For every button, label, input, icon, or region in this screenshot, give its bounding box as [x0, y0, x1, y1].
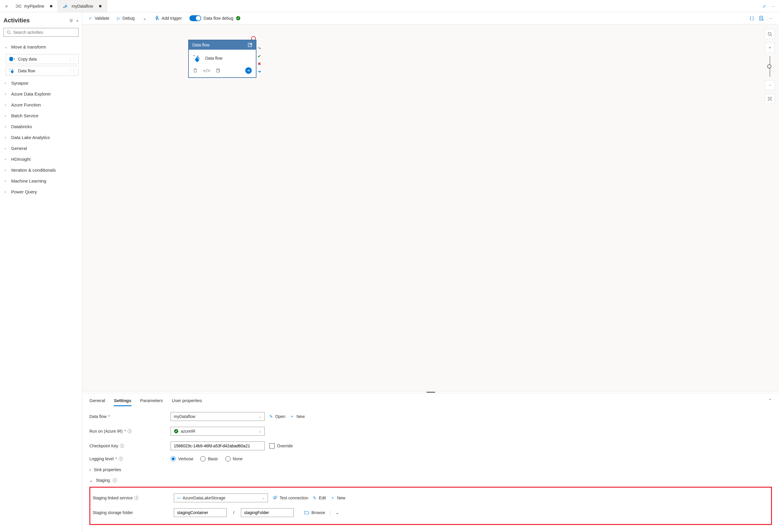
category-item[interactable]: ›Power Query [4, 186, 78, 197]
browse-button[interactable]: Browse [304, 510, 325, 515]
run-on-select[interactable]: azureIR ⌄ [171, 427, 265, 436]
svg-point-25 [768, 32, 771, 35]
tab-dataflow[interactable]: myDataflow [58, 0, 107, 12]
properties-icon[interactable] [759, 16, 764, 20]
sidebar-collapse-down-icon[interactable] [69, 18, 73, 23]
add-trigger-button[interactable]: Add trigger [155, 16, 182, 20]
chevron-down-icon: ⌄ [259, 415, 261, 418]
activity-copy-data[interactable]: Copy data ⋮⋮ [6, 54, 78, 64]
search-icon [7, 30, 11, 35]
tab-general[interactable]: General [89, 398, 105, 406]
checkpoint-input[interactable] [171, 442, 265, 450]
category-move-transform[interactable]: ⌄ Move & transform [4, 42, 78, 52]
more-menu-icon[interactable]: ··· [771, 4, 775, 8]
open-button[interactable]: ✎ Open [269, 414, 285, 419]
tab-pipeline[interactable]: myPipeline [11, 0, 58, 12]
category-item[interactable]: ›Databricks [4, 121, 78, 132]
flow-debug-toggle[interactable]: Data flow debug [189, 15, 240, 21]
zoom-out-icon[interactable]: － [765, 80, 775, 90]
sidebar-collapse-left-icon[interactable]: « [76, 18, 78, 23]
drag-handle-icon: ⋮⋮ [68, 68, 75, 73]
sidebar-title: Activities [4, 17, 30, 24]
debug-button[interactable]: ▷ Debug [117, 16, 135, 20]
pencil-icon: ✎ [313, 495, 316, 500]
info-icon[interactable]: i [113, 478, 117, 482]
info-icon[interactable]: i [119, 457, 123, 461]
sink-properties-section[interactable]: › Sink properties [89, 464, 772, 475]
activity-data-flow[interactable]: Data flow ⋮⋮ [6, 66, 78, 76]
plus-icon: ＋ [331, 495, 335, 501]
zoom-slider[interactable] [770, 56, 770, 77]
code-view-icon[interactable]: { } [750, 16, 754, 20]
code-icon[interactable]: </> [203, 68, 210, 73]
info-icon[interactable]: i [128, 429, 132, 433]
plug-icon [273, 495, 277, 500]
canvas-tools: ＋ － [765, 29, 775, 104]
activity-status-icons: ↷ ✔ ✖ ➔ [258, 46, 261, 74]
panel-collapse-icon[interactable]: ⌃ [768, 398, 772, 403]
override-checkbox[interactable] [269, 443, 275, 449]
tab-label: myDataflow [71, 4, 93, 8]
staging-section[interactable]: ⌄ Staging i [89, 475, 772, 485]
copy-data-icon [9, 56, 15, 62]
logging-basic-radio[interactable]: Basic [200, 456, 218, 461]
category-item[interactable]: ›Machine Learning [4, 176, 78, 186]
zoom-in-icon[interactable]: ＋ [765, 43, 775, 53]
category-item[interactable]: ›Data Lake Analytics [4, 132, 78, 143]
chevron-right-icon: › [5, 103, 8, 107]
logging-none-radio[interactable]: None [225, 456, 243, 461]
staging-container-input[interactable] [174, 508, 227, 517]
info-icon[interactable]: i [134, 496, 138, 500]
category-item[interactable]: ›Batch Service [4, 110, 78, 121]
data-flow-activity-node[interactable]: Data flow Data flow [188, 40, 256, 78]
tab-parameters[interactable]: Parameters [140, 398, 163, 406]
pipeline-toolbar: ✓ Validate ▷ Debug ⌄ Add trigger [82, 12, 779, 24]
category-item[interactable]: ›Azure Function [4, 99, 78, 110]
validate-button[interactable]: ✓ Validate [89, 16, 109, 20]
delete-icon[interactable] [193, 68, 198, 73]
toolbar-more-icon[interactable]: ··· [769, 16, 773, 20]
tab-user-properties[interactable]: User properties [172, 398, 202, 406]
info-icon[interactable]: i [120, 444, 124, 448]
success-icon: ✔ [258, 54, 261, 59]
new-button[interactable]: ＋ New [290, 414, 305, 419]
toggle-switch[interactable] [189, 15, 201, 21]
activity-name: Data flow [205, 56, 222, 61]
expand-pane-icon[interactable]: ⤢ [763, 4, 766, 8]
data-flow-node-icon [193, 54, 201, 62]
data-flow-select[interactable]: myDataflow ⌄ [171, 412, 265, 421]
debug-dropdown[interactable]: ⌄ [142, 16, 147, 20]
browse-dropdown[interactable]: ⌄ [336, 510, 339, 515]
activities-sidebar: Activities « ⌄ Move & transform [0, 12, 82, 532]
chevron-right-icon: › [5, 179, 8, 183]
category-item[interactable]: ›Iteration & conditionals [4, 164, 78, 176]
search-input[interactable] [13, 30, 75, 35]
staging-folder-input[interactable] [241, 508, 294, 517]
tab-settings[interactable]: Settings [114, 398, 131, 406]
run-on-label: Run on (Azure IR)* i [89, 429, 166, 434]
category-item[interactable]: ›Synapse [4, 78, 78, 88]
properties-panel: General Settings Parameters User propert… [82, 393, 779, 532]
new-linked-service-button[interactable]: ＋ New [331, 495, 345, 501]
fit-screen-icon[interactable] [765, 94, 775, 104]
open-external-icon[interactable] [248, 43, 252, 47]
canvas-search-icon[interactable] [765, 29, 775, 39]
search-activities[interactable] [4, 28, 78, 37]
pipeline-canvas[interactable]: ↷ ✔ ✖ ➔ Data flow [82, 24, 779, 391]
chevron-right-icon: › [5, 114, 8, 118]
category-item[interactable]: ›Azure Data Explorer [4, 88, 78, 99]
category-item[interactable]: ›HDInsight [4, 154, 78, 164]
path-separator: / [231, 510, 236, 515]
edit-button[interactable]: ✎ Edit [313, 495, 326, 500]
staging-service-select[interactable]: ▭ AzureDataLakeStorage ⌄ [174, 493, 268, 502]
logging-verbose-radio[interactable]: Verbose [171, 456, 193, 461]
tab-label: myPipeline [24, 4, 44, 8]
run-icon[interactable]: ➔ [245, 67, 252, 74]
skip-icon: ➔ [258, 69, 261, 74]
drag-handle-icon: ⋮⋮ [68, 57, 75, 61]
category-item[interactable]: ›General [4, 143, 78, 154]
expand-tabs-button[interactable]: » [2, 4, 11, 9]
test-connection-button[interactable]: Test connection [273, 495, 308, 500]
panel-splitter[interactable] [82, 391, 779, 393]
clone-icon[interactable] [216, 68, 220, 73]
